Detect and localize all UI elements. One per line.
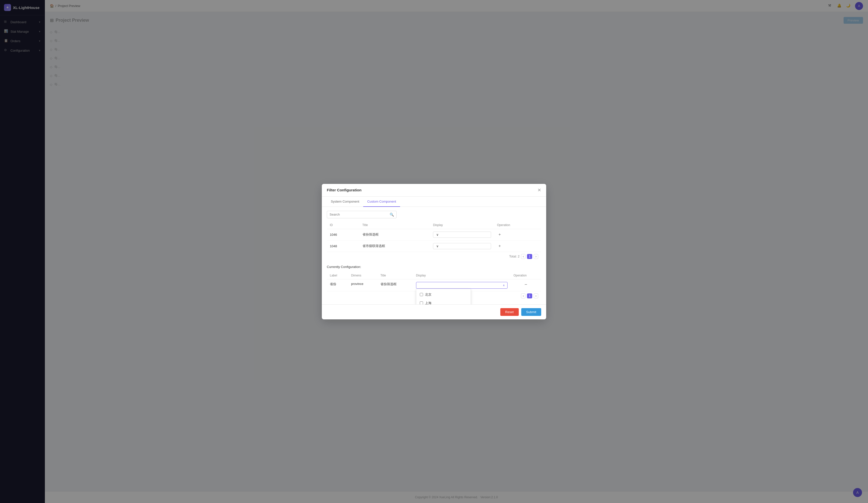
table-row: 1048 省市级联筛选框 ∨ + xyxy=(327,240,541,252)
tab-system-component[interactable]: System Component xyxy=(327,197,363,207)
cfg-display: ∧ 北京 上海 xyxy=(413,279,510,291)
row2-operation: + xyxy=(494,240,541,252)
table-row: 1046 省份筛选框 ∨ + xyxy=(327,229,541,240)
col-id: ID xyxy=(327,221,360,229)
option-beijing-label: 北京 xyxy=(425,292,432,297)
option-shanghai-label: 上海 xyxy=(425,301,432,304)
cfg-col-operation: Operation xyxy=(510,272,541,280)
row1-id: 1046 xyxy=(327,229,360,240)
search-box[interactable]: 🔍 xyxy=(327,211,396,218)
tab-custom-component[interactable]: Custom Component xyxy=(363,197,400,207)
cfg-label: 省份 xyxy=(327,279,348,291)
dropdown-chevron-icon: ∧ xyxy=(503,284,505,287)
row2-title: 省市级联筛选框 xyxy=(360,240,430,252)
option-shanghai[interactable]: 上海 xyxy=(416,299,471,304)
cfg-col-display: Display xyxy=(413,272,510,280)
components-table: ID Title Display Operation 1046 省份筛选框 xyxy=(327,221,541,252)
row2-display: ∨ xyxy=(430,240,494,252)
col-display: Display xyxy=(430,221,494,229)
option-beijing[interactable]: 北京 xyxy=(416,290,471,299)
reset-button[interactable]: Reset xyxy=(500,308,519,316)
search-input[interactable] xyxy=(330,213,388,216)
modal-footer: Reset Submit xyxy=(322,304,546,319)
config-table: Label Dimens Title Display Operation 省份 … xyxy=(327,272,541,291)
col-operation: Operation xyxy=(494,221,541,229)
modal-close-button[interactable]: ✕ xyxy=(537,188,541,192)
config-section: Currently Configuration: Label Dimens Ti… xyxy=(322,265,546,304)
search-icon: 🔍 xyxy=(390,213,394,217)
table-pagination: Total: 2 ‹ 1 › xyxy=(327,252,541,261)
checkbox-beijing[interactable] xyxy=(420,293,423,296)
modal-overlay[interactable]: Filter Configuration ✕ System Component … xyxy=(0,0,868,503)
submit-button[interactable]: Submit xyxy=(521,308,541,316)
display-dropdown-trigger[interactable]: ∧ xyxy=(416,282,507,289)
col-title: Title xyxy=(360,221,430,229)
display-dropdown-wrapper: ∧ 北京 上海 xyxy=(416,282,507,289)
cfg-col-title: Title xyxy=(378,272,413,280)
filter-config-modal: Filter Configuration ✕ System Component … xyxy=(322,184,546,319)
cfg-page-1-button[interactable]: 1 xyxy=(527,293,532,299)
row1-add-button[interactable]: + xyxy=(497,232,502,237)
row1-display: ∨ xyxy=(430,229,494,240)
page-1-button[interactable]: 1 xyxy=(527,254,532,259)
modal-body: System Component Custom Component 🔍 ID xyxy=(322,197,546,304)
total-count: Total: 2 xyxy=(509,254,519,258)
modal-header: Filter Configuration ✕ xyxy=(322,184,546,197)
row2-display-select[interactable]: ∨ xyxy=(433,243,491,249)
cfg-col-label: Label xyxy=(327,272,348,280)
cfg-col-dimens: Dimens xyxy=(348,272,378,280)
prev-page-button[interactable]: ‹ xyxy=(521,254,526,259)
dropdown-menu: 北京 上海 河北 xyxy=(416,289,471,304)
component-table-section: 🔍 ID Title Display Operation 1046 xyxy=(322,207,546,265)
row1-operation: + xyxy=(494,229,541,240)
cfg-operation: − xyxy=(510,279,541,291)
cfg-prev-button[interactable]: ‹ xyxy=(521,293,526,299)
checkbox-shanghai[interactable] xyxy=(420,301,423,304)
config-row: 省份 province 省份筛选框 ∧ xyxy=(327,279,541,291)
cfg-dimens: province xyxy=(348,279,378,291)
row2-id: 1048 xyxy=(327,240,360,252)
modal-title: Filter Configuration xyxy=(327,188,361,192)
cfg-title: 省份筛选框 xyxy=(378,279,413,291)
next-page-button[interactable]: › xyxy=(534,254,538,259)
remove-row-button[interactable]: − xyxy=(514,282,538,287)
row1-display-select[interactable]: ∨ xyxy=(433,232,491,238)
cfg-next-button[interactable]: › xyxy=(534,293,538,299)
row1-title: 省份筛选框 xyxy=(360,229,430,240)
row2-add-button[interactable]: + xyxy=(497,243,502,249)
modal-tabs: System Component Custom Component xyxy=(322,197,546,207)
config-section-title: Currently Configuration: xyxy=(327,265,541,269)
